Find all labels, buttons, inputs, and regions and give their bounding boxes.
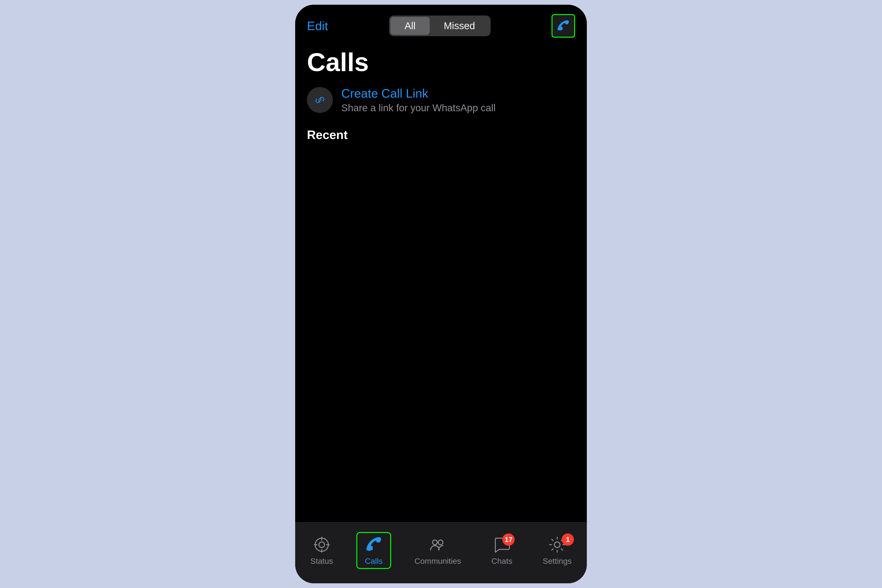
svg-point-9 bbox=[438, 540, 443, 545]
communities-icon bbox=[428, 536, 447, 554]
new-call-button[interactable] bbox=[552, 14, 575, 38]
create-call-subtitle: Share a link for your WhatsApp call bbox=[341, 102, 496, 114]
create-call-text: Create Call Link Share a link for your W… bbox=[341, 86, 496, 114]
top-bar: Edit All Missed bbox=[295, 5, 587, 42]
svg-point-8 bbox=[432, 540, 437, 545]
calls-icon bbox=[364, 536, 383, 554]
nav-item-communities[interactable]: Communities bbox=[407, 533, 468, 568]
nav-item-settings[interactable]: 1 Settings bbox=[536, 533, 579, 568]
create-call-link-row[interactable]: Create Call Link Share a link for your W… bbox=[307, 86, 575, 114]
main-content: Calls Create Call Link Share a link for … bbox=[295, 42, 587, 522]
create-call-title[interactable]: Create Call Link bbox=[341, 86, 496, 100]
recent-label: Recent bbox=[307, 128, 575, 142]
phone-screen: Edit All Missed Calls Create Call bbox=[295, 5, 587, 583]
bottom-nav: Status Calls Communities bbox=[295, 522, 587, 583]
chats-badge: 17 bbox=[502, 533, 514, 546]
calls-label: Calls bbox=[365, 556, 382, 566]
settings-label: Settings bbox=[543, 556, 572, 566]
nav-item-calls[interactable]: Calls bbox=[356, 532, 391, 569]
page-title: Calls bbox=[307, 47, 575, 77]
segment-control: All Missed bbox=[389, 15, 490, 36]
svg-point-10 bbox=[554, 542, 560, 548]
svg-point-3 bbox=[319, 542, 325, 548]
nav-item-status[interactable]: Status bbox=[303, 533, 340, 568]
missed-tab[interactable]: Missed bbox=[430, 17, 489, 35]
edit-button[interactable]: Edit bbox=[307, 19, 328, 33]
settings-badge: 1 bbox=[562, 533, 574, 546]
communities-label: Communities bbox=[414, 556, 461, 566]
link-icon bbox=[313, 93, 327, 107]
status-icon bbox=[312, 536, 331, 554]
chats-label: Chats bbox=[492, 556, 513, 566]
link-icon-circle bbox=[307, 87, 333, 113]
all-tab[interactable]: All bbox=[390, 17, 430, 35]
new-call-icon bbox=[556, 19, 570, 33]
status-label: Status bbox=[310, 556, 333, 566]
nav-item-chats[interactable]: 17 Chats bbox=[484, 533, 519, 568]
